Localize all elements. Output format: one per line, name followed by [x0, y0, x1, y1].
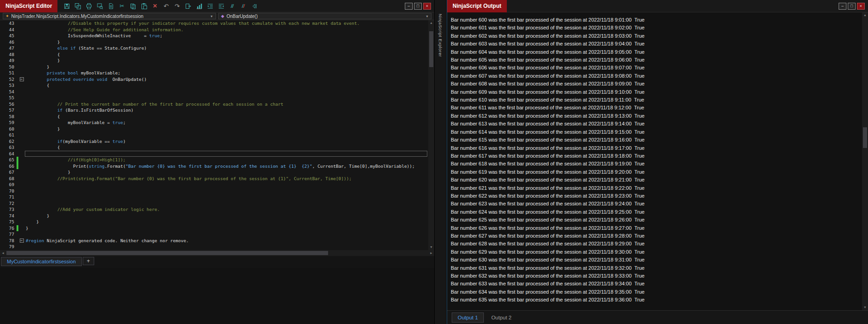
editor-vertical-scrollbar[interactable]: ▲ ▼ — [428, 20, 434, 250]
collapse-region-icon[interactable] — [250, 1, 259, 11]
code-text[interactable]: // Print the current bar number of the f… — [25, 101, 428, 108]
restore-button[interactable]: □ — [414, 3, 422, 10]
code-text[interactable]: { — [25, 114, 428, 120]
tab-output-2[interactable]: Output 2 — [486, 313, 517, 322]
method-dropdown[interactable]: ◆ OnBarUpdate() ▼ — [218, 13, 431, 19]
code-text[interactable] — [25, 182, 428, 188]
code-text[interactable]: IsSuspendedWhileInactive = true; — [25, 33, 428, 39]
code-text[interactable] — [25, 188, 428, 194]
code-token: OnBarUpdate() — [107, 77, 147, 82]
code-text[interactable]: if(myBoolVariable == true) — [25, 138, 428, 145]
ninjascript-explorer-tab[interactable]: NinjaScript Explorer — [438, 14, 443, 57]
indent-icon[interactable] — [205, 1, 215, 11]
code-text[interactable]: #region NinjaScript generated code. Neit… — [25, 238, 428, 244]
print-icon[interactable] — [84, 1, 93, 11]
minimize-button[interactable]: – — [405, 3, 413, 10]
page-setup-icon[interactable] — [106, 1, 115, 11]
fold-column[interactable]: − — [18, 238, 25, 244]
code-text[interactable]: //if(High[0]>High[1]); — [25, 157, 428, 163]
fold-column — [18, 126, 25, 132]
line-number: 67 — [0, 169, 17, 176]
code-token: void — [96, 77, 107, 82]
compile-icon[interactable] — [194, 1, 204, 11]
ninjascript-explorer-strip[interactable]: NinjaScript Explorer — [435, 0, 447, 324]
code-text[interactable]: private bool myBoolVariable; — [25, 70, 428, 76]
export-icon[interactable] — [183, 1, 193, 11]
code-line: 55 — [0, 95, 428, 101]
code-text[interactable]: } — [25, 126, 428, 132]
editor-horizontal-scrollbar[interactable]: ◄ ► — [0, 250, 434, 256]
code-text[interactable]: } — [25, 169, 428, 176]
scroll-right-icon[interactable]: ► — [430, 250, 433, 256]
code-text[interactable] — [25, 231, 428, 238]
chevron-down-icon[interactable]: ▼ — [210, 15, 213, 18]
editor-hscroll-thumb[interactable] — [6, 251, 328, 255]
restore-button[interactable]: □ — [848, 3, 856, 10]
tab-output-1[interactable]: Output 1 — [452, 313, 484, 323]
code-text[interactable]: else if (State == State.Configure) — [25, 45, 428, 51]
code-text[interactable]: } — [25, 57, 428, 64]
undo-icon[interactable]: ↶ — [161, 1, 170, 11]
copy-icon[interactable] — [128, 1, 137, 11]
new-tab-button[interactable]: + — [83, 257, 94, 265]
code-line: 66 Print(string.Format("Bar number {0} w… — [0, 163, 428, 170]
paste-icon[interactable] — [139, 1, 148, 11]
comment-icon[interactable]: // — [227, 1, 237, 11]
class-dropdown[interactable]: ✦ NinjaTrader.NinjaScript.Indicators.MyC… — [3, 13, 216, 19]
output-body: Bar number 600 was the first bar process… — [447, 12, 868, 310]
minimize-button[interactable]: – — [839, 3, 846, 10]
code-text[interactable] — [25, 194, 428, 200]
outdent-icon[interactable] — [216, 1, 226, 11]
tab-mycustomindicatorfirstsession[interactable]: MyCustomIndicatorfirstsession — [1, 257, 82, 266]
line-number: 58 — [0, 114, 17, 120]
code-text[interactable]: //Disable this property if your indicato… — [25, 20, 428, 27]
chevron-down-icon[interactable]: ▼ — [425, 15, 429, 18]
code-text[interactable] — [25, 132, 428, 138]
code-text[interactable]: myBoolVariable = true; — [25, 119, 428, 126]
editor-vscroll-thumb[interactable] — [429, 31, 433, 67]
code-text[interactable]: //Print(string.Format("Bar number {0} wa… — [25, 176, 428, 182]
fold-column[interactable]: − — [18, 76, 25, 83]
code-text[interactable] — [25, 200, 428, 207]
scroll-left-icon[interactable]: ◄ — [1, 250, 5, 256]
code-text[interactable]: //Add your custom indicator logic here. — [25, 206, 428, 213]
output-vscroll-thumb[interactable] — [863, 127, 867, 148]
print-preview-icon[interactable] — [95, 1, 104, 11]
code-text[interactable]: { — [25, 82, 428, 89]
redo-icon[interactable]: ↷ — [172, 1, 182, 11]
code-text[interactable]: } — [25, 213, 428, 219]
code-text[interactable]: } — [25, 225, 428, 232]
code-text[interactable]: Print(string.Format("Bar number {0} was … — [25, 163, 428, 170]
code-text[interactable]: } — [25, 39, 428, 45]
code-text[interactable] — [25, 244, 428, 250]
code-text[interactable]: //See Help Guide for additional informat… — [25, 27, 428, 33]
code-text[interactable]: { — [25, 51, 428, 58]
code-text[interactable]: protected override void OnBarUpdate() — [25, 76, 428, 83]
fold-column — [18, 132, 25, 138]
code-line: 59myBoolVariable = true; — [0, 119, 428, 126]
collapse-marker-icon[interactable]: − — [20, 239, 24, 243]
code-text[interactable]: { — [25, 144, 428, 151]
delete-icon[interactable]: ✕ — [150, 1, 159, 11]
scroll-down-icon[interactable]: ▼ — [863, 305, 867, 310]
code-text[interactable] — [25, 95, 428, 101]
close-button[interactable]: × — [423, 3, 431, 10]
output-vertical-scrollbar[interactable]: ▲ ▼ — [862, 12, 868, 310]
scroll-down-icon[interactable]: ▼ — [430, 244, 433, 250]
cut-icon[interactable]: ✂ — [117, 1, 126, 11]
close-button[interactable]: × — [857, 3, 865, 10]
method-dropdown-value: OnBarUpdate() — [227, 14, 258, 19]
code-text[interactable]: } — [25, 219, 428, 225]
scroll-up-icon[interactable]: ▲ — [430, 20, 433, 26]
code-text[interactable]: if (Bars.IsFirstBarOfSession) — [25, 107, 428, 114]
collapse-marker-icon[interactable]: − — [20, 77, 24, 81]
uncomment-icon[interactable]: // — [238, 1, 248, 11]
code-text[interactable] — [25, 89, 428, 95]
code-token: //Disable this property if your indicato… — [68, 21, 360, 26]
save-all-icon[interactable] — [73, 1, 82, 11]
current-code-line-text[interactable] — [25, 151, 427, 157]
code-text[interactable]: } — [25, 64, 428, 70]
code-lines[interactable]: 43//Disable this property if your indica… — [0, 20, 428, 250]
save-icon[interactable] — [62, 1, 71, 11]
scroll-up-icon[interactable]: ▲ — [863, 12, 867, 18]
